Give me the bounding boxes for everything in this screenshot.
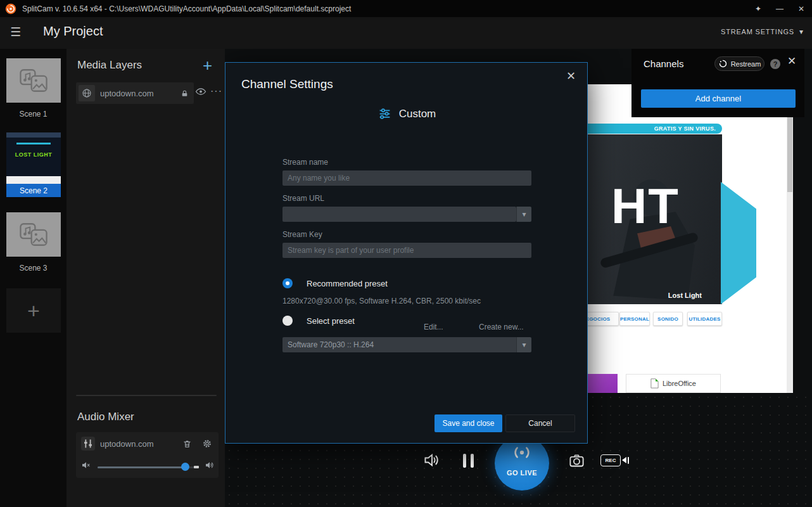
scene-3-label: Scene 3	[0, 264, 67, 273]
select-preset-radio[interactable]	[282, 316, 293, 326]
go-live-label: GO LIVE	[495, 469, 549, 477]
scene-1-thumbnail[interactable]	[6, 58, 61, 103]
page-scrollbar-thumb[interactable]	[787, 116, 792, 192]
category-tab-personal[interactable]: PERSONAL	[619, 312, 650, 326]
chevron-down-icon: ▾	[522, 210, 526, 219]
select-preset-label: Select preset	[307, 316, 355, 326]
trash-icon[interactable]	[182, 439, 192, 449]
channels-panel: Channels Restream ? ✕ Add channel	[631, 49, 804, 117]
stream-key-input[interactable]	[282, 243, 531, 258]
scene-1-label: Scene 1	[0, 110, 67, 119]
splitcam-logo-icon	[5, 3, 16, 15]
media-placeholder-icon	[20, 222, 48, 247]
preset-value: Software 720p30 :: H.264	[288, 340, 374, 349]
category-tab-sonido[interactable]: SONIDO	[653, 312, 683, 326]
close-window-button[interactable]: ✕	[790, 0, 812, 17]
minimize-button[interactable]: —	[769, 0, 790, 17]
layer-more-menu[interactable]: ···	[210, 86, 222, 97]
stream-url-label: Stream URL	[282, 194, 324, 203]
recommended-preset-details: 1280x720@30.00 fps, Software H.264, CBR,…	[282, 297, 481, 305]
document-icon	[650, 378, 659, 388]
cyan-ribbon	[721, 182, 756, 304]
help-icon[interactable]: ?	[770, 59, 780, 69]
scenes-sidebar: Scene 1 LOST LIGHT Scene 2 Scene 3 +	[0, 49, 67, 507]
close-icon: ✕	[798, 4, 804, 13]
scene-2-thumb-text: LOST LIGHT	[6, 151, 61, 158]
media-layer-item[interactable]: uptodown.com	[76, 82, 194, 104]
pause-preview-button[interactable]	[463, 454, 476, 468]
globe-icon	[79, 85, 95, 101]
minimize-icon: —	[776, 4, 783, 13]
mute-speaker-icon[interactable]	[81, 460, 91, 470]
close-dialog-button[interactable]: ✕	[566, 69, 576, 83]
menu-button[interactable]: ☰	[10, 25, 21, 39]
add-layer-button[interactable]: +	[203, 56, 212, 75]
audio-mixer-title: Audio Mixer	[77, 411, 134, 423]
lock-icon[interactable]	[181, 89, 189, 98]
record-button[interactable]: REC	[600, 454, 629, 466]
libreoffice-label: LibreOffice	[663, 380, 696, 387]
close-channels-button[interactable]: ✕	[787, 55, 796, 68]
ellipsis-icon: ···	[210, 86, 222, 96]
panel-divider	[76, 395, 217, 396]
scene-3-thumbnail[interactable]	[6, 212, 61, 257]
libreoffice-tile[interactable]: LibreOffice	[626, 374, 721, 393]
close-icon: ✕	[566, 70, 576, 82]
master-volume-button[interactable]	[423, 451, 441, 469]
stream-name-input[interactable]	[282, 170, 531, 186]
eye-visibility-icon[interactable]	[195, 87, 206, 96]
layer-name: uptodown.com	[100, 89, 181, 98]
scene-2-active-label[interactable]: Scene 2	[6, 184, 61, 197]
plus-icon: +	[27, 298, 40, 323]
recommended-preset-radio[interactable]	[282, 278, 293, 288]
edit-preset-link[interactable]: Edit...	[424, 323, 443, 331]
scene-2-thumbnail[interactable]: LOST LIGHT	[6, 132, 61, 184]
gear-icon[interactable]	[202, 439, 212, 449]
preset-dropdown-button[interactable]: ▾	[516, 337, 531, 352]
volume-slider-fill	[98, 466, 185, 468]
stream-key-label: Stream Key	[282, 230, 322, 239]
create-new-preset-link[interactable]: Create new...	[479, 323, 524, 331]
hamburger-icon: ☰	[10, 25, 21, 39]
dialog-title: Channel Settings	[241, 77, 333, 91]
channel-settings-dialog: Channel Settings ✕ Custom Stream name St…	[225, 62, 588, 444]
sliders-icon	[378, 107, 391, 120]
pause-icon	[463, 454, 466, 468]
whats-new-button[interactable]: ✦	[747, 0, 769, 17]
category-tab-utilidades[interactable]: UTILIDADES	[687, 312, 722, 326]
snapshot-button[interactable]	[568, 452, 585, 469]
volume-slider-tick	[194, 466, 199, 468]
preset-select[interactable]: Software 720p30 :: H.264	[282, 337, 516, 352]
add-scene-button[interactable]: +	[6, 288, 61, 333]
speaker-icon[interactable]	[205, 460, 215, 470]
restream-button[interactable]: Restream	[714, 56, 764, 71]
splitcam-window: GRATIS Y SIN VIRUS. HT Lost Light NEGOCI…	[0, 0, 812, 507]
media-layers-title: Media Layers	[77, 59, 142, 72]
game-title-fragment: HT	[611, 177, 680, 235]
project-title: My Project	[43, 24, 103, 39]
stream-name-label: Stream name	[282, 158, 328, 167]
stream-url-input[interactable]	[282, 207, 516, 222]
media-layers-panel: Media Layers + uptodown.com	[67, 49, 225, 507]
channels-title: Channels	[644, 58, 683, 69]
cancel-button[interactable]: Cancel	[505, 414, 575, 432]
speaker-icon	[423, 451, 441, 469]
volume-slider-handle[interactable]	[181, 463, 189, 471]
app-header: ☰ My Project STREAM SETTINGS ▾	[0, 17, 812, 49]
scene-2-thumb-banner	[16, 143, 51, 144]
go-live-button[interactable]: GO LIVE	[495, 436, 549, 491]
record-camera-icon	[622, 457, 626, 463]
broadcast-icon	[508, 445, 536, 460]
add-channel-button[interactable]: Add channel	[641, 89, 796, 108]
stream-settings-menu[interactable]: STREAM SETTINGS ▾	[721, 27, 803, 36]
save-and-close-button[interactable]: Save and close	[435, 414, 502, 432]
recommended-preset-label: Recommended preset	[307, 279, 388, 288]
channel-type-label: Custom	[399, 108, 436, 120]
restream-logo-icon	[718, 59, 728, 68]
channel-type-row: Custom	[225, 107, 588, 120]
stream-url-dropdown-button[interactable]: ▾	[516, 207, 531, 222]
close-icon: ✕	[787, 55, 796, 67]
scene-2-thumb-topbar	[6, 132, 61, 138]
chevron-down-icon: ▾	[522, 340, 526, 349]
window-title: SplitCam v. 10.6.54 x64 - C:\Users\WDAGU…	[22, 4, 351, 13]
